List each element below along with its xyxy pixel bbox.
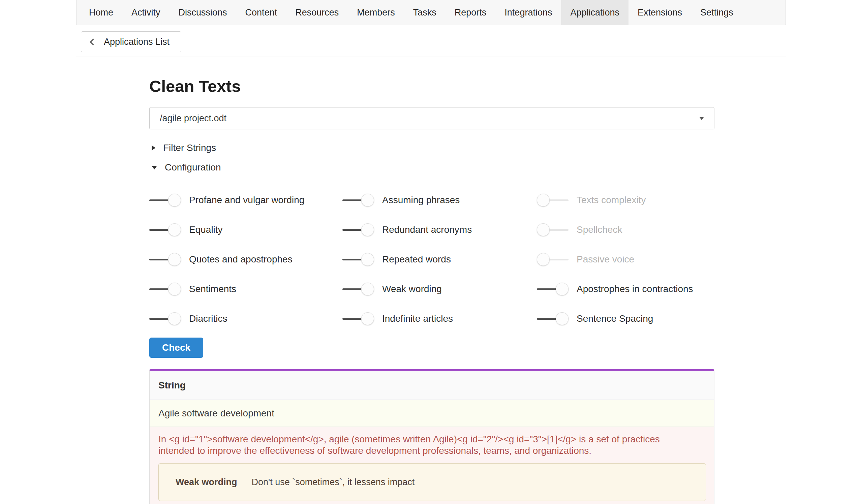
toggle-row-repeated-words: Repeated words <box>342 245 537 274</box>
toggle-row-weak-wording: Weak wording <box>342 274 537 304</box>
toggle-row-apostrophes-in-contractions: Apostrophes in contractions <box>537 274 714 304</box>
toggle-track <box>149 288 169 290</box>
chevron-left-icon <box>90 39 97 45</box>
tab-tasks[interactable]: Tasks <box>404 0 446 25</box>
tab-extensions[interactable]: Extensions <box>629 0 691 25</box>
triangle-down-icon <box>152 166 157 169</box>
toggle-diacritics[interactable] <box>149 312 181 325</box>
toggle-label: Passive voice <box>577 254 634 265</box>
header-divider <box>76 57 786 57</box>
toggle-row-quotes-and-apostrophes: Quotes and apostrophes <box>149 245 342 274</box>
check-button[interactable]: Check <box>149 338 203 358</box>
toggle-profane-and-vulgar-wording[interactable] <box>149 193 181 207</box>
back-button-label: Applications List <box>104 37 169 47</box>
toggle-passive-voice[interactable] <box>537 253 569 266</box>
file-select[interactable]: /agile project.odt <box>149 107 714 129</box>
toggle-knob <box>556 312 569 325</box>
toggle-knob <box>168 223 181 236</box>
diff-block: In <g id="1">software development</g>, a… <box>150 427 714 501</box>
toggle-label: Apostrophes in contractions <box>577 284 693 294</box>
toggle-label: Redundant acronyms <box>382 224 472 235</box>
toggle-column-2: Assuming phrases Redundant acronyms Repe… <box>342 185 537 334</box>
section-configuration[interactable]: Configuration <box>152 161 221 174</box>
toggle-indefinite-articles[interactable] <box>342 312 374 325</box>
tab-settings[interactable]: Settings <box>691 0 742 25</box>
tab-activity[interactable]: Activity <box>122 0 169 25</box>
toggle-row-spellcheck: Spellcheck <box>537 215 714 245</box>
toggle-label: Sentiments <box>189 284 236 294</box>
issue-box: Weak wording Don't use `sometimes`, it l… <box>159 463 706 501</box>
toggle-track <box>549 259 569 260</box>
diff-text: In <g id="1">software development</g>, a… <box>159 433 697 457</box>
toggle-track <box>549 229 569 231</box>
toggle-knob <box>361 194 374 207</box>
triangle-right-icon <box>152 145 155 151</box>
tab-reports[interactable]: Reports <box>446 0 496 25</box>
toggle-texts-complexity[interactable] <box>537 193 569 207</box>
configuration-toggle-grid: Profane and vulgar wording Equality Quot… <box>149 185 714 334</box>
string-row: Agile software development <box>150 400 714 427</box>
toggle-knob <box>168 312 181 325</box>
toggle-track <box>342 259 362 260</box>
toggle-track <box>149 318 169 320</box>
toggle-row-indefinite-articles: Indefinite articles <box>342 304 537 334</box>
page-title: Clean Texts <box>149 77 241 96</box>
tab-members[interactable]: Members <box>348 0 404 25</box>
section-filter-strings[interactable]: Filter Strings <box>152 141 216 155</box>
tab-home[interactable]: Home <box>80 0 122 25</box>
toggle-label: Weak wording <box>382 284 442 294</box>
toggle-knob <box>168 253 181 266</box>
issue-type: Weak wording <box>176 477 237 488</box>
toggle-column-1: Profane and vulgar wording Equality Quot… <box>149 185 342 334</box>
toggle-knob <box>537 253 549 266</box>
toggle-row-passive-voice: Passive voice <box>537 245 714 274</box>
toggle-knob <box>556 282 569 295</box>
toggle-sentiments[interactable] <box>149 282 181 296</box>
toggle-knob <box>361 312 374 325</box>
configuration-label: Configuration <box>165 162 221 173</box>
toggle-assuming-phrases[interactable] <box>342 193 374 207</box>
toggle-track <box>342 288 362 290</box>
toggle-sentence-spacing[interactable] <box>537 312 569 325</box>
applications-list-back-button[interactable]: Applications List <box>81 31 181 52</box>
toggle-redundant-acronyms[interactable] <box>342 223 374 236</box>
toggle-apostrophes-in-contractions[interactable] <box>537 282 569 296</box>
file-select-value: /agile project.odt <box>160 113 699 124</box>
toggle-label: Equality <box>189 224 223 235</box>
toggle-row-redundant-acronyms: Redundant acronyms <box>342 215 537 245</box>
toggle-row-sentence-spacing: Sentence Spacing <box>537 304 714 334</box>
toggle-track <box>537 318 556 320</box>
tab-discussions[interactable]: Discussions <box>169 0 236 25</box>
toggle-knob <box>537 194 549 207</box>
toggle-weak-wording[interactable] <box>342 282 374 296</box>
toggle-equality[interactable] <box>149 223 181 236</box>
toggle-row-sentiments: Sentiments <box>149 274 342 304</box>
toggle-track <box>549 199 569 201</box>
toggle-track <box>342 199 362 201</box>
toggle-spellcheck[interactable] <box>537 223 569 236</box>
tab-integrations[interactable]: Integrations <box>495 0 561 25</box>
filter-strings-label: Filter Strings <box>163 142 216 153</box>
string-title: Agile software development <box>159 408 274 419</box>
toggle-column-3: Texts complexity Spellcheck Passive voic… <box>537 185 714 334</box>
toggle-knob <box>168 194 181 207</box>
toggle-repeated-words[interactable] <box>342 253 374 266</box>
toggle-row-texts-complexity: Texts complexity <box>537 185 714 215</box>
tab-applications[interactable]: Applications <box>561 0 629 25</box>
toggle-label: Quotes and apostrophes <box>189 254 292 265</box>
toggle-track <box>342 318 362 320</box>
caret-down-icon <box>699 117 704 120</box>
top-navbar: Home Activity Discussions Content Resour… <box>76 0 786 25</box>
tab-content[interactable]: Content <box>236 0 286 25</box>
toggle-quotes-and-apostrophes[interactable] <box>149 253 181 266</box>
toggle-row-assuming-phrases: Assuming phrases <box>342 185 537 215</box>
toggle-label: Indefinite articles <box>382 313 453 324</box>
toggle-knob <box>537 223 549 236</box>
toggle-track <box>149 229 169 231</box>
toggle-knob <box>361 223 374 236</box>
toggle-knob <box>168 282 181 295</box>
tab-resources[interactable]: Resources <box>286 0 348 25</box>
toggle-track <box>342 229 362 231</box>
toggle-track <box>149 259 169 260</box>
toggle-label: Profane and vulgar wording <box>189 195 304 205</box>
